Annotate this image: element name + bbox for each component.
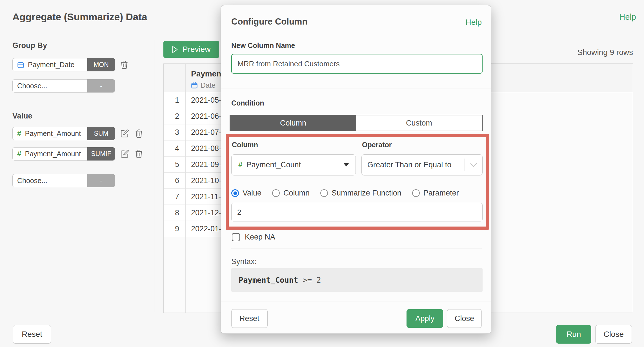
- number-type-icon: #: [17, 150, 21, 158]
- apply-button[interactable]: Apply: [407, 309, 443, 328]
- radio-option-column[interactable]: Column: [272, 189, 310, 197]
- condition-operator-value: Greater Than or Equal to: [362, 161, 465, 169]
- calendar-icon: [191, 82, 198, 89]
- number-type-icon: #: [238, 161, 242, 169]
- keep-na-checkbox[interactable]: [232, 233, 240, 241]
- trash-icon[interactable]: [135, 129, 143, 138]
- condition-column-value: Payment_Count: [246, 161, 301, 169]
- condition-type-toggle: Column Custom: [230, 115, 483, 131]
- row-number: 3: [164, 128, 185, 137]
- aggregate-summarize-dialog: Aggregate (Summarize) Data Help Group By…: [0, 0, 644, 347]
- row-date: 2021-07-: [185, 128, 221, 137]
- run-button[interactable]: Run: [556, 325, 591, 344]
- tab-column[interactable]: Column: [230, 115, 356, 131]
- radio-option-value[interactable]: Value: [231, 189, 261, 197]
- panel-divider: [154, 39, 154, 312]
- row-number: 9: [164, 225, 185, 233]
- group-by-field-empty[interactable]: Choose... -: [12, 79, 115, 93]
- operand-type-radio-group: Value Column Summarize Function Paramete…: [231, 189, 459, 197]
- value-field-payment-amount-sum[interactable]: # Payment_Amount SUM: [12, 127, 115, 140]
- radio-label: Value: [243, 189, 261, 197]
- condition-column-select[interactable]: # Payment_Count: [231, 154, 356, 175]
- page-help-link[interactable]: Help: [619, 12, 636, 22]
- footer-divider: [221, 302, 491, 302]
- number-type-icon: #: [17, 129, 21, 138]
- modal-title: Configure Column: [231, 17, 307, 27]
- column-type-label: Date: [201, 81, 216, 89]
- page-reset-button[interactable]: Reset: [13, 325, 51, 344]
- page-title: Aggregate (Summarize) Data: [12, 11, 147, 23]
- empty-badge: -: [87, 79, 115, 93]
- modal-close-button[interactable]: Close: [447, 309, 482, 328]
- row-number: 5: [164, 160, 185, 169]
- section-divider: [221, 89, 491, 89]
- group-by-field-name: Payment_Date: [28, 61, 74, 69]
- tab-custom[interactable]: Custom: [356, 115, 482, 131]
- group-by-field-payment-date[interactable]: Payment_Date MON: [12, 58, 115, 71]
- empty-badge: -: [87, 174, 115, 187]
- row-number: 7: [164, 192, 185, 201]
- trash-icon[interactable]: [135, 150, 143, 158]
- group-by-label: Group By: [12, 41, 47, 50]
- syntax-label: Syntax:: [231, 257, 257, 266]
- condition-operator-select[interactable]: Greater Than or Equal to: [361, 154, 483, 175]
- condition-label: Condition: [231, 99, 264, 107]
- condition-column-label: Column: [232, 141, 258, 149]
- play-icon: [172, 46, 178, 53]
- row-date: 2021-12-: [185, 208, 221, 217]
- page-close-button[interactable]: Close: [595, 325, 632, 344]
- value-field-name: Payment_Amount: [25, 129, 81, 138]
- radio-label: Summarize Function: [332, 189, 401, 197]
- row-number: 8: [164, 208, 185, 217]
- edit-icon[interactable]: [121, 129, 129, 138]
- section-divider: [231, 249, 482, 249]
- syntax-code-block: Payment_Count >= 2: [231, 268, 483, 292]
- modal-help-link[interactable]: Help: [465, 18, 482, 27]
- row-date: 2021-08-: [185, 144, 221, 153]
- table-column-divider: [185, 64, 186, 313]
- column-type: Date: [191, 81, 216, 89]
- syntax-column-name: Payment_Count: [239, 276, 298, 284]
- date-rounding-badge[interactable]: MON: [87, 58, 115, 71]
- preview-button[interactable]: Preview: [163, 41, 219, 58]
- group-by-choose-placeholder: Choose...: [17, 82, 47, 90]
- row-number: 4: [164, 144, 185, 153]
- condition-operator-label: Operator: [362, 141, 392, 149]
- calendar-icon: [17, 61, 24, 69]
- radio-option-parameter[interactable]: Parameter: [412, 189, 459, 197]
- value-field-empty[interactable]: Choose... -: [12, 174, 115, 187]
- row-date: 2021-06-: [185, 112, 221, 121]
- value-field-payment-amount-sumif[interactable]: # Payment_Amount SUMIF: [12, 147, 115, 161]
- radio-option-summarize-function[interactable]: Summarize Function: [320, 189, 401, 197]
- radio-icon[interactable]: [272, 189, 280, 197]
- radio-icon[interactable]: [412, 189, 420, 197]
- value-label: Value: [12, 112, 32, 120]
- radio-label: Column: [283, 189, 310, 197]
- radio-icon[interactable]: [320, 189, 328, 197]
- trash-icon[interactable]: [121, 60, 128, 69]
- value-choose-placeholder: Choose...: [17, 177, 47, 185]
- configure-column-modal: Configure Column Help New Column Name Co…: [221, 5, 491, 334]
- caret-down-icon: [344, 163, 349, 166]
- radio-selected-icon[interactable]: [231, 189, 239, 197]
- row-date: 2021-10-: [185, 176, 221, 185]
- value-field-name: Payment_Amount: [25, 150, 81, 158]
- syntax-expression: >= 2: [298, 276, 321, 284]
- keep-na-option[interactable]: Keep NA: [232, 233, 275, 241]
- row-number: 2: [164, 112, 185, 121]
- aggregate-function-badge[interactable]: SUM: [87, 127, 115, 140]
- aggregate-function-badge[interactable]: SUMIF: [87, 147, 115, 161]
- preview-button-label: Preview: [183, 45, 211, 54]
- edit-icon[interactable]: [121, 150, 129, 158]
- condition-value-input[interactable]: [231, 203, 483, 221]
- radio-label: Parameter: [423, 189, 459, 197]
- row-date: 2021-05-: [185, 96, 221, 105]
- keep-na-label: Keep NA: [245, 233, 275, 241]
- row-date: 2021-09-: [185, 160, 221, 169]
- row-date: 2021-11-: [185, 192, 221, 201]
- row-number: 1: [164, 96, 185, 105]
- modal-reset-button[interactable]: Reset: [231, 309, 268, 328]
- showing-rows-status: Showing 9 rows: [577, 48, 633, 57]
- new-column-name-input[interactable]: [231, 54, 483, 74]
- row-date: 2022-01-: [185, 225, 221, 233]
